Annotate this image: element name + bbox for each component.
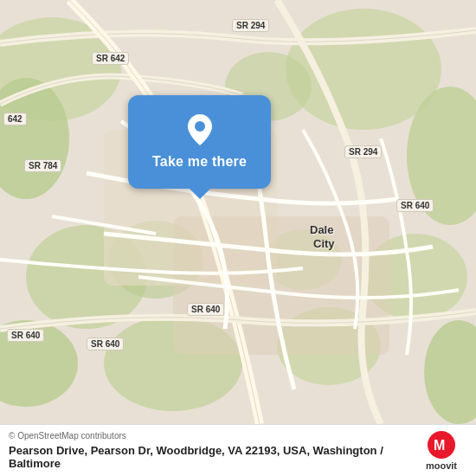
moovit-icon: M [428, 431, 455, 459]
map-svg [0, 0, 476, 424]
pin-icon-wrapper [184, 114, 215, 145]
road-label-sr642-top: SR 642 [92, 52, 129, 65]
svg-point-16 [195, 121, 205, 132]
svg-text:M: M [434, 438, 445, 453]
road-label-sr640-right-top: SR 640 [396, 199, 434, 212]
footer-copyright: © OpenStreetMap contributors [9, 431, 407, 441]
footer-address: Pearson Drive, Pearson Dr, Woodbridge, V… [9, 444, 407, 470]
moovit-logo: M moovit [415, 431, 467, 471]
road-label-sr784: SR 784 [24, 159, 61, 172]
road-label-sr294-right: SR 294 [344, 145, 382, 158]
city-label-city: City [313, 237, 335, 250]
moovit-text-label: moovit [426, 460, 457, 471]
footer: © OpenStreetMap contributors Pearson Dri… [0, 424, 476, 476]
footer-text-block: © OpenStreetMap contributors Pearson Dri… [9, 431, 407, 470]
road-label-sr294-top: SR 294 [232, 19, 269, 32]
take-me-there-button[interactable]: Take me there [152, 154, 247, 170]
road-label-sr640-bottom-left: SR 640 [87, 338, 124, 351]
popup-bubble[interactable]: Take me there [128, 95, 271, 189]
moovit-svg-icon: M [432, 435, 451, 454]
road-label-sr640-left: SR 640 [7, 329, 44, 342]
location-popup[interactable]: Take me there [128, 95, 271, 189]
location-pin-icon [188, 114, 212, 145]
city-label-dale: Dale [310, 223, 333, 236]
road-label-sr640-center: SR 640 [187, 303, 224, 316]
map-container: SR 294 SR 642 642 SR 784 SR 294 SR 640 S… [0, 0, 476, 424]
road-label-642-left: 642 [3, 113, 27, 125]
